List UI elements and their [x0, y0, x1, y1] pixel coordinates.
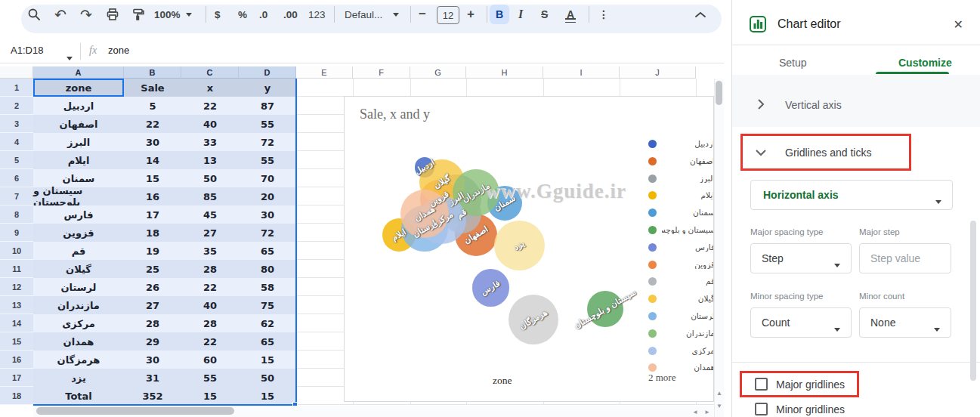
column-header-f[interactable]: F [353, 66, 410, 79]
cell-C1[interactable]: x [181, 79, 239, 97]
font-select[interactable]: Defaul... [345, 5, 382, 24]
cell-B6[interactable]: 15 [124, 169, 181, 187]
cell-B7[interactable]: 16 [124, 187, 181, 205]
cell-A4[interactable]: البرز [33, 133, 124, 151]
cell-B9[interactable]: 18 [124, 224, 181, 242]
row-header-1[interactable]: 1 [0, 79, 33, 97]
formula-input[interactable]: zone [108, 45, 129, 56]
row-header-16[interactable]: 16 [0, 351, 33, 369]
tab-customize[interactable]: Customize [898, 57, 952, 69]
cell-D7[interactable]: 20 [239, 187, 296, 205]
increase-decimal-button[interactable]: .00 [283, 5, 298, 24]
strikethrough-button[interactable]: S [541, 5, 548, 24]
cell-C16[interactable]: 60 [181, 351, 239, 369]
axis-select[interactable]: Horizontal axis [750, 180, 953, 210]
row-header-4[interactable]: 4 [0, 133, 33, 151]
cell-B18[interactable]: 352 [124, 387, 181, 405]
zoom-select[interactable]: 100% [154, 5, 181, 24]
cell-A15[interactable]: همدان [33, 332, 124, 351]
row-header-6[interactable]: 6 [0, 169, 33, 187]
vertical-scrollbar-thumb[interactable] [716, 81, 722, 105]
cell-D5[interactable]: 55 [239, 151, 296, 169]
cell-A7[interactable]: سیستان و بلوچستان [33, 187, 124, 205]
cell-D3[interactable]: 55 [239, 115, 296, 133]
cell-D17[interactable]: 50 [239, 369, 296, 387]
column-header-b[interactable]: B [124, 66, 181, 79]
decrease-decimal-button[interactable]: .0 [259, 5, 267, 24]
minor-spacing-select[interactable]: Count [750, 307, 852, 338]
close-icon[interactable]: ✕ [954, 17, 963, 32]
cell-D1[interactable]: y [239, 79, 296, 97]
row-header-14[interactable]: 14 [0, 314, 33, 332]
paint-format-icon[interactable] [131, 5, 145, 24]
text-color-button[interactable]: A [567, 5, 574, 24]
column-header-a[interactable]: A [33, 66, 124, 79]
section-vertical-axis[interactable] [732, 75, 980, 127]
cell-D6[interactable]: 70 [239, 169, 296, 187]
scroll-left-icon[interactable]: ◄ [692, 409, 698, 415]
row-header-2[interactable]: 2 [0, 97, 33, 115]
cell-C7[interactable]: 85 [181, 187, 239, 205]
row-header-17[interactable]: 17 [0, 369, 33, 387]
cell-D10[interactable]: 65 [239, 242, 296, 260]
cell-D18[interactable]: 15 [239, 387, 296, 405]
cell-C3[interactable]: 40 [181, 115, 239, 133]
column-header-d[interactable]: D [239, 66, 296, 79]
increase-font-size-button[interactable]: + [467, 5, 475, 24]
cell-C4[interactable]: 33 [181, 133, 239, 151]
column-header-i[interactable]: I [543, 66, 620, 79]
cell-A3[interactable]: اصفهان [33, 115, 124, 133]
cell-A18[interactable]: Total [33, 387, 124, 405]
zoom-caret-icon[interactable] [186, 5, 192, 24]
scroll-up-icon[interactable]: ▲ [716, 390, 722, 397]
cell-B10[interactable]: 19 [124, 242, 181, 260]
tab-setup[interactable]: Setup [779, 57, 807, 69]
vertical-scrollbar[interactable] [714, 79, 724, 417]
cell-D8[interactable]: 30 [239, 205, 296, 224]
major-step-input[interactable]: Step value [859, 243, 951, 273]
bubble-chart[interactable]: Sale, x and y www.Gguide.ir اردبیلاصفهان… [344, 96, 714, 402]
row-header-5[interactable]: 5 [0, 151, 33, 169]
cell-C14[interactable]: 28 [181, 314, 239, 332]
row-header-13[interactable]: 13 [0, 296, 33, 314]
cell-B2[interactable]: 5 [124, 97, 181, 115]
cell-B12[interactable]: 26 [124, 278, 181, 296]
row-header-11[interactable]: 11 [0, 260, 33, 278]
font-size-value[interactable]: 12 [437, 6, 459, 24]
name-box-caret-icon[interactable] [66, 50, 73, 63]
horizontal-scrollbar-thumb[interactable] [36, 407, 234, 415]
bold-button[interactable]: B [490, 5, 509, 24]
font-caret-icon[interactable] [393, 5, 399, 24]
cell-D11[interactable]: 80 [239, 260, 296, 278]
print-icon[interactable] [106, 5, 119, 24]
font-size-input[interactable]: 12 [437, 5, 459, 25]
cell-D14[interactable]: 62 [239, 314, 296, 332]
cell-B14[interactable]: 28 [124, 314, 181, 332]
scroll-right-icon[interactable]: ► [704, 409, 710, 415]
cell-C8[interactable]: 45 [181, 205, 239, 224]
cell-A13[interactable]: مازندران [33, 296, 124, 314]
cell-C9[interactable]: 27 [181, 224, 239, 242]
column-header-e[interactable]: E [296, 66, 353, 79]
cell-B17[interactable]: 31 [124, 369, 181, 387]
cell-D4[interactable]: 72 [239, 133, 296, 151]
cell-A16[interactable]: هرمزگان [33, 351, 124, 369]
name-box[interactable]: A1:D18 [11, 45, 43, 56]
row-header-8[interactable]: 8 [0, 205, 33, 224]
column-header-g[interactable]: G [410, 66, 466, 79]
italic-button[interactable]: I [518, 5, 523, 24]
major-spacing-select[interactable]: Step [750, 243, 852, 273]
format-percent-button[interactable]: % [238, 5, 247, 24]
row-header-3[interactable]: 3 [0, 115, 33, 133]
column-header-c[interactable]: C [181, 66, 239, 79]
cell-C11[interactable]: 28 [181, 260, 239, 278]
chevron-right-icon[interactable] [755, 98, 767, 113]
redo-icon[interactable]: ↷ [80, 5, 92, 24]
cell-B4[interactable]: 30 [124, 133, 181, 151]
cell-B13[interactable]: 27 [124, 296, 181, 314]
cell-D9[interactable]: 72 [239, 224, 296, 242]
cell-A11[interactable]: گیلان [33, 260, 124, 278]
cell-D2[interactable]: 87 [239, 97, 296, 115]
undo-icon[interactable]: ↶ [54, 5, 66, 24]
cell-A14[interactable]: مرکزی [33, 314, 124, 332]
